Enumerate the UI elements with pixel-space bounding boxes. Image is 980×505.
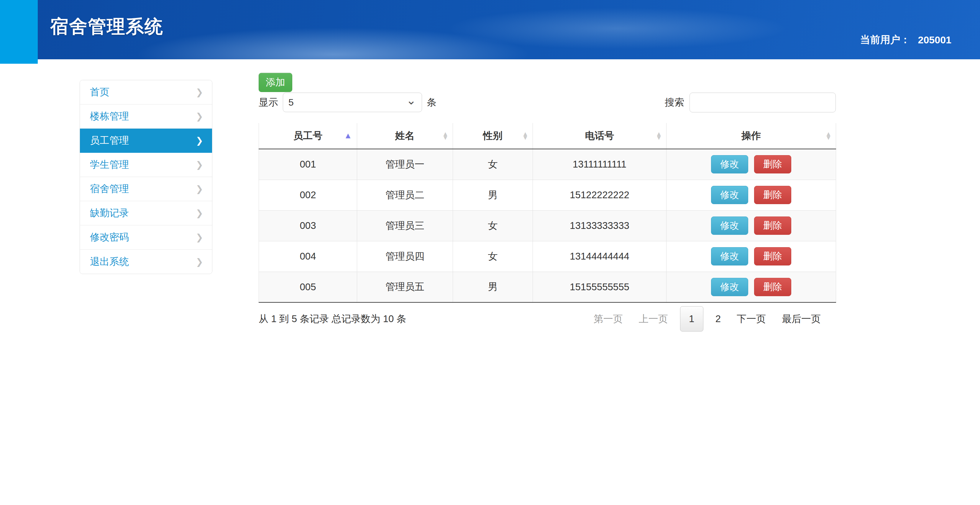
cell-name: 管理员二 <box>357 180 453 210</box>
cell-phone: 13111111111 <box>533 149 667 180</box>
edit-button[interactable]: 修改 <box>711 155 748 174</box>
cell-gender: 女 <box>453 210 533 241</box>
add-button[interactable]: 添加 <box>259 73 292 92</box>
sidebar-item-label: 学生管理 <box>90 158 129 171</box>
sidebar-item-logout[interactable]: 退出系统❯ <box>80 250 212 274</box>
col-gender[interactable]: 性别▲▼ <box>453 123 533 149</box>
page-1[interactable]: 1 <box>680 306 703 331</box>
cell-gender: 男 <box>453 180 533 210</box>
sidebar-item-dorm-mgmt[interactable]: 宿舍管理❯ <box>80 177 212 201</box>
main-content: 添加 显示 5 ⌄ 条 搜索 员工号▲姓名▲▼性别▲▼电话号▲▼操作▲▼ 001… <box>259 73 836 331</box>
sidebar-item-label: 缺勤记录 <box>90 207 129 220</box>
page-size-control: 显示 5 ⌄ 条 <box>259 92 436 112</box>
page-first[interactable]: 第一页 <box>586 306 631 331</box>
page-next[interactable]: 下一页 <box>729 306 774 331</box>
edit-button[interactable]: 修改 <box>711 278 748 296</box>
column-label: 性别 <box>483 130 503 141</box>
chevron-right-icon: ❯ <box>196 135 203 146</box>
column-label: 操作 <box>741 130 761 141</box>
chevron-right-icon: ❯ <box>196 256 203 267</box>
cell-actions: 修改删除 <box>667 272 836 302</box>
pagination: 第一页上一页12下一页最后一页 <box>586 306 836 331</box>
chevron-right-icon: ❯ <box>196 111 203 121</box>
cell-phone: 15122222222 <box>533 180 667 210</box>
corner-accent-square <box>0 0 38 64</box>
page-prev[interactable]: 上一页 <box>631 306 676 331</box>
delete-button[interactable]: 删除 <box>754 217 791 235</box>
chevron-right-icon: ❯ <box>196 184 203 194</box>
chevron-right-icon: ❯ <box>196 208 203 218</box>
cell-id: 003 <box>259 210 357 241</box>
table-row: 004管理员四女13144444444修改删除 <box>259 241 836 272</box>
chevron-right-icon: ❯ <box>196 87 203 97</box>
search-input[interactable] <box>689 92 836 112</box>
page-size-select[interactable]: 5 <box>283 92 422 112</box>
cell-id: 004 <box>259 241 357 272</box>
delete-button[interactable]: 删除 <box>754 278 791 296</box>
cell-phone: 13133333333 <box>533 210 667 241</box>
table-footer: 从 1 到 5 条记录 总记录数为 10 条 第一页上一页12下一页最后一页 <box>259 306 836 331</box>
sidebar-item-label: 修改密码 <box>90 231 129 244</box>
cell-phone: 13144444444 <box>533 241 667 272</box>
sort-both-icon: ▲▼ <box>442 132 449 140</box>
delete-button[interactable]: 删除 <box>754 247 791 266</box>
column-label: 员工号 <box>293 130 323 141</box>
sidebar-nav: 首页❯楼栋管理❯员工管理❯学生管理❯宿舍管理❯缺勤记录❯修改密码❯退出系统❯ <box>80 80 212 274</box>
header-banner: 宿舍管理系统 当前用户： 205001 <box>0 0 980 59</box>
unit-label: 条 <box>427 96 436 109</box>
cell-gender: 男 <box>453 272 533 302</box>
page-size-select-wrap: 5 ⌄ <box>283 92 422 112</box>
app-title: 宿舍管理系统 <box>50 14 163 39</box>
col-phone[interactable]: 电话号▲▼ <box>533 123 667 149</box>
delete-button[interactable]: 删除 <box>754 186 791 204</box>
cell-actions: 修改删除 <box>667 149 836 180</box>
current-user-label: 当前用户： <box>860 33 910 46</box>
column-label: 姓名 <box>395 130 415 141</box>
sidebar-item-home[interactable]: 首页❯ <box>80 80 212 104</box>
sidebar-item-label: 退出系统 <box>90 255 129 268</box>
cell-gender: 女 <box>453 149 533 180</box>
sort-both-icon: ▲▼ <box>825 132 832 140</box>
sort-both-icon: ▲▼ <box>655 132 662 140</box>
table-row: 005管理员五男15155555555修改删除 <box>259 272 836 302</box>
cell-actions: 修改删除 <box>667 241 836 272</box>
edit-button[interactable]: 修改 <box>711 247 748 266</box>
sidebar-item-absence-records[interactable]: 缺勤记录❯ <box>80 201 212 225</box>
col-actions[interactable]: 操作▲▼ <box>667 123 836 149</box>
table-row: 003管理员三女13133333333修改删除 <box>259 210 836 241</box>
page-2[interactable]: 2 <box>708 306 729 331</box>
cell-name: 管理员一 <box>357 149 453 180</box>
sort-both-icon: ▲▼ <box>522 132 528 140</box>
cell-name: 管理员四 <box>357 241 453 272</box>
cell-actions: 修改删除 <box>667 180 836 210</box>
table-row: 001管理员一女13111111111修改删除 <box>259 149 836 180</box>
cell-id: 002 <box>259 180 357 210</box>
table-row: 002管理员二男15122222222修改删除 <box>259 180 836 210</box>
records-info: 从 1 到 5 条记录 总记录数为 10 条 <box>259 312 406 326</box>
edit-button[interactable]: 修改 <box>711 217 748 235</box>
sort-ascending-icon: ▲ <box>344 131 352 140</box>
chevron-right-icon: ❯ <box>196 159 203 170</box>
page-last[interactable]: 最后一页 <box>774 306 829 331</box>
sidebar-item-student-mgmt[interactable]: 学生管理❯ <box>80 153 212 177</box>
employee-table: 员工号▲姓名▲▼性别▲▼电话号▲▼操作▲▼ 001管理员一女1311111111… <box>259 123 836 303</box>
cell-name: 管理员三 <box>357 210 453 241</box>
cell-gender: 女 <box>453 241 533 272</box>
sidebar-item-staff-mgmt[interactable]: 员工管理❯ <box>80 129 212 153</box>
cell-id: 001 <box>259 149 357 180</box>
col-name[interactable]: 姓名▲▼ <box>357 123 453 149</box>
sidebar-item-building-mgmt[interactable]: 楼栋管理❯ <box>80 104 212 129</box>
sidebar-item-label: 首页 <box>90 86 110 99</box>
edit-button[interactable]: 修改 <box>711 186 748 204</box>
delete-button[interactable]: 删除 <box>754 155 791 174</box>
cell-phone: 15155555555 <box>533 272 667 302</box>
search-control: 搜索 <box>665 92 836 112</box>
cell-actions: 修改删除 <box>667 210 836 241</box>
sidebar-item-label: 宿舍管理 <box>90 182 129 196</box>
table-header-row: 员工号▲姓名▲▼性别▲▼电话号▲▼操作▲▼ <box>259 123 836 149</box>
sidebar-item-change-password[interactable]: 修改密码❯ <box>80 225 212 250</box>
sidebar-item-label: 员工管理 <box>90 134 129 147</box>
current-user-id: 205001 <box>918 34 951 46</box>
col-employee-id[interactable]: 员工号▲ <box>259 123 357 149</box>
column-label: 电话号 <box>585 130 614 141</box>
